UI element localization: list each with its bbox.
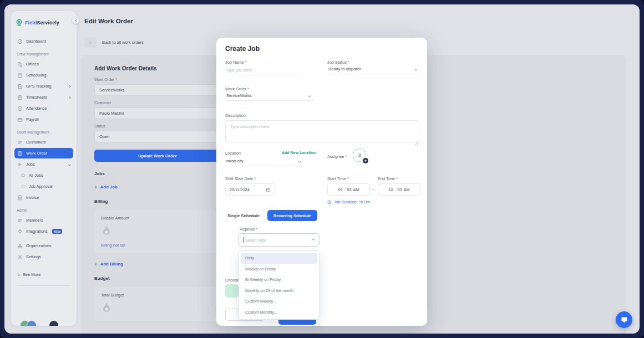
job-status-select[interactable]: Ready to dispatch bbox=[327, 66, 419, 74]
back-label: Back to all work orders bbox=[102, 40, 144, 45]
dropdown-option-monthly[interactable]: Monthly on 29 of the month bbox=[241, 285, 317, 296]
back-button[interactable]: ← bbox=[84, 37, 97, 48]
sidebar-section-client: Client Management bbox=[11, 125, 77, 136]
repeats-dropdown: Daily Weekly on Friday Bi-Weekly on Frid… bbox=[239, 250, 320, 320]
scheduling-icon bbox=[17, 73, 23, 78]
tab-recurring-schedule[interactable]: Recurring Schedule bbox=[267, 210, 317, 221]
money-bag-icon bbox=[101, 302, 214, 315]
billing-not-set-link[interactable]: Billing not set bbox=[101, 243, 214, 248]
dropdown-option-weekly[interactable]: Weekly on Friday bbox=[241, 264, 317, 275]
repeats-label: Repeats* bbox=[240, 227, 257, 232]
dropdown-option-daily[interactable]: Daily bbox=[241, 253, 317, 264]
chevron-down-icon bbox=[298, 160, 301, 163]
job-name-input[interactable] bbox=[225, 68, 302, 75]
budget-heading: Budget bbox=[94, 276, 221, 281]
avatar[interactable] bbox=[27, 320, 37, 326]
sidebar-item-members[interactable]: Members bbox=[14, 215, 73, 226]
modal-work-order-label: Work Order* bbox=[225, 86, 249, 91]
customer-label: Customer bbox=[94, 101, 221, 105]
plus-icon: + bbox=[94, 262, 98, 267]
new-badge: NEW bbox=[52, 229, 63, 234]
assignee-add-button[interactable] bbox=[353, 148, 367, 163]
invoice-icon bbox=[17, 195, 23, 201]
text-cursor bbox=[244, 237, 244, 243]
tab-single-schedule[interactable]: Single Schedule bbox=[227, 213, 260, 218]
sidebar-item-job-approval[interactable]: Job Approval bbox=[18, 181, 73, 192]
description-textarea[interactable] bbox=[225, 120, 419, 142]
brand: FieldServicely bbox=[11, 18, 77, 32]
billing-heading: Billing bbox=[94, 199, 221, 204]
update-work-order-button[interactable]: Update Work Order bbox=[94, 150, 221, 162]
location-select[interactable]: milan city bbox=[225, 158, 303, 166]
sidebar-section-admin: Admin bbox=[11, 203, 77, 214]
modal-title: Create Job bbox=[225, 45, 260, 53]
sidebar-item-jobs[interactable]: Jobs bbox=[14, 159, 73, 170]
sidebar-item-organizations[interactable]: Organizations bbox=[14, 240, 73, 251]
sidebar-item-payroll[interactable]: Payroll bbox=[14, 114, 73, 125]
form-title: Add Work Order Details bbox=[94, 65, 221, 71]
description-label: Description bbox=[225, 113, 246, 118]
sidebar-collapse-button[interactable] bbox=[72, 17, 79, 24]
timesheets-icon bbox=[17, 95, 23, 100]
status-label: Status bbox=[94, 124, 221, 128]
sidebar-section-crew: Crew Management bbox=[11, 47, 77, 58]
shift-start-date-input[interactable]: 29/11/2024 bbox=[225, 183, 275, 196]
dropdown-option-custom-monthly[interactable]: Custom Monthly... bbox=[241, 307, 317, 318]
offices-icon bbox=[17, 62, 23, 67]
end-time-label: End Time* bbox=[378, 176, 398, 181]
chevron-right-icon bbox=[68, 85, 71, 88]
sidebar-item-settings[interactable]: Settings bbox=[14, 252, 73, 262]
chat-launcher-button[interactable] bbox=[616, 311, 632, 328]
sidebar-item-see-more[interactable]: See More bbox=[14, 269, 73, 280]
calendar-icon bbox=[266, 187, 271, 192]
status-input[interactable] bbox=[94, 131, 221, 142]
add-assignee-plus-icon bbox=[363, 158, 368, 163]
plus-icon: + bbox=[94, 185, 98, 190]
total-budget-label: Total Budget bbox=[101, 293, 214, 298]
chevron-down-icon bbox=[414, 68, 418, 71]
work-order-input[interactable] bbox=[94, 84, 221, 96]
sidebar-item-gps-tracking[interactable]: GPS Tracking bbox=[14, 81, 73, 91]
dropdown-option-custom-weekly[interactable]: Custom Weekly... bbox=[241, 296, 317, 307]
sidebar-item-integrations[interactable]: Integrations NEW bbox=[14, 226, 73, 237]
location-label: Location bbox=[225, 151, 241, 156]
avatar[interactable] bbox=[49, 320, 59, 326]
billable-amount-label: Billable Amount bbox=[101, 216, 214, 221]
chevron-right-icon bbox=[17, 273, 20, 276]
add-new-location-link[interactable]: Add New Location bbox=[282, 151, 316, 155]
sidebar-item-invoice[interactable]: Invoice bbox=[14, 192, 73, 203]
settings-icon bbox=[17, 254, 23, 260]
members-icon bbox=[17, 218, 23, 223]
gps-tracking-icon bbox=[17, 84, 23, 89]
repeats-select[interactable]: Select Type bbox=[239, 233, 320, 247]
app-window: FieldServicely Dashboard Crew Management… bbox=[0, 0, 644, 338]
add-billing-button[interactable]: + Add Billing bbox=[94, 262, 221, 267]
all-jobs-icon bbox=[21, 173, 26, 178]
job-approval-icon bbox=[21, 184, 26, 189]
start-time-input[interactable]: 09:53AM bbox=[327, 183, 370, 196]
sidebar-item-dashboard[interactable]: Dashboard bbox=[14, 36, 73, 47]
job-status-label: Job Status* bbox=[327, 60, 349, 65]
budget-card: Total Budget bbox=[94, 287, 221, 321]
end-time-input[interactable]: 10:53AM bbox=[378, 183, 420, 196]
sidebar-item-offices[interactable]: Offices bbox=[14, 59, 73, 69]
color-swatch[interactable] bbox=[225, 284, 239, 298]
sidebar-item-customers[interactable]: Customers bbox=[14, 137, 73, 147]
sidebar-item-work-order[interactable]: Work Order bbox=[14, 148, 73, 158]
add-job-button[interactable]: + Add Job bbox=[94, 185, 221, 190]
dropdown-option-biweekly[interactable]: Bi-Weekly on Friday bbox=[241, 274, 317, 285]
sidebar-divider bbox=[17, 285, 71, 286]
user-avatars[interactable] bbox=[20, 320, 59, 326]
sidebar-item-all-jobs[interactable]: All Jobs bbox=[18, 170, 73, 181]
sidebar-item-attendance[interactable]: Attendance bbox=[14, 103, 73, 114]
brand-name: FieldServicely bbox=[25, 20, 59, 25]
required-mark: * bbox=[115, 78, 117, 81]
modal-work-order-select[interactable]: ServiceWorks bbox=[225, 93, 313, 101]
choose-label: Choose bbox=[225, 278, 239, 283]
customer-input[interactable] bbox=[94, 107, 221, 119]
customers-icon bbox=[17, 140, 23, 145]
sidebar-item-timesheets[interactable]: Timesheets bbox=[14, 92, 73, 103]
organizations-icon bbox=[17, 243, 23, 249]
sidebar-item-scheduling[interactable]: Scheduling bbox=[14, 70, 73, 80]
chevron-down-icon bbox=[308, 94, 311, 98]
